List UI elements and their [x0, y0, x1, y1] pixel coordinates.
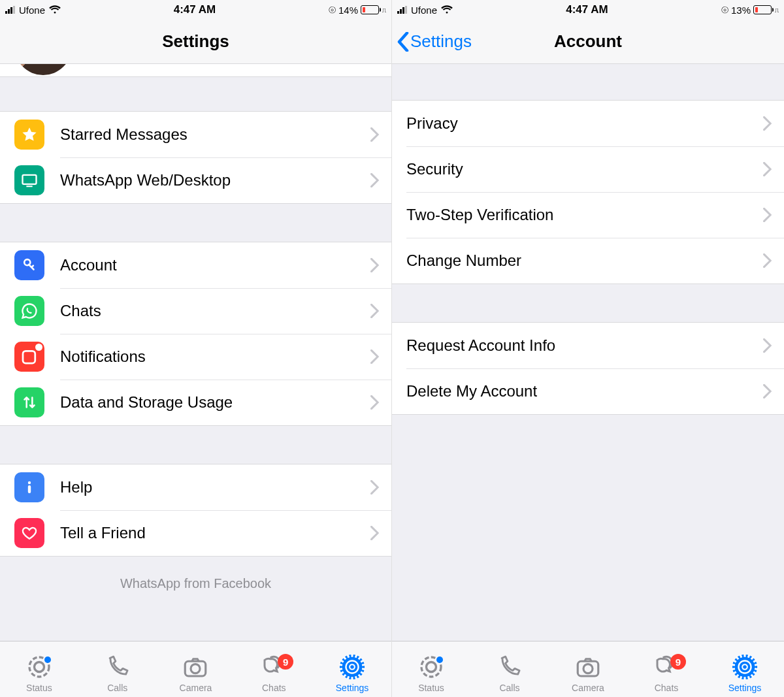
chevron-right-icon	[370, 173, 380, 187]
tab-label: Settings	[728, 683, 762, 693]
row-label: WhatsApp Web/Desktop	[60, 171, 370, 189]
chevron-right-icon	[763, 253, 772, 268]
group-privacy-security: Privacy Security Two-Step Verification C…	[392, 100, 784, 284]
svg-rect-3	[23, 351, 35, 363]
chevron-right-icon	[370, 480, 380, 494]
row-whatsapp-web[interactable]: WhatsApp Web/Desktop	[0, 157, 391, 203]
tab-bar: Status Calls Camera 9 Chats	[0, 641, 391, 697]
group-starred-web: Starred Messages WhatsApp Web/Desktop	[0, 111, 391, 204]
back-label: Settings	[410, 31, 472, 52]
footer-note: WhatsApp from Facebook	[0, 557, 391, 591]
row-starred-messages[interactable]: Starred Messages	[0, 112, 391, 157]
tab-settings[interactable]: Settings	[313, 641, 391, 697]
chevron-right-icon	[763, 162, 772, 176]
row-label: Delete My Account	[406, 382, 763, 400]
row-label: Two-Step Verification	[406, 206, 763, 224]
tab-chats[interactable]: 9 Chats	[235, 641, 313, 697]
navbar: Settings Account	[392, 20, 784, 64]
tab-label: Chats	[262, 683, 286, 693]
battery-pct-label: 13%	[731, 5, 751, 16]
row-label: Notifications	[60, 348, 370, 366]
back-button[interactable]: Settings	[392, 31, 472, 52]
svg-rect-5	[28, 485, 31, 493]
svg-rect-1	[26, 186, 32, 187]
settings-screen: Ufone 4:47 AM ⦾ 14% ⎍ Settings Starred M…	[0, 0, 392, 697]
row-request-info[interactable]: Request Account Info	[392, 323, 784, 368]
wifi-icon	[441, 5, 453, 14]
group-account-chats: Account Chats Notifications	[0, 242, 391, 426]
row-label: Tell a Friend	[60, 524, 370, 542]
navbar: Settings	[0, 20, 391, 64]
tab-label: Camera	[572, 683, 604, 693]
row-label: Help	[60, 478, 370, 496]
camera-icon	[182, 653, 209, 681]
svg-point-18	[583, 664, 593, 673]
tab-label: Calls	[107, 683, 127, 693]
chevron-right-icon	[763, 338, 772, 353]
chevron-right-icon	[370, 304, 380, 318]
battery-icon	[753, 5, 772, 14]
row-label: Chats	[60, 302, 370, 320]
tab-calls[interactable]: Calls	[78, 641, 157, 697]
tab-chats[interactable]: 9 Chats	[627, 641, 706, 697]
chevron-right-icon	[370, 127, 380, 142]
gear-icon	[338, 653, 366, 681]
tab-settings[interactable]: Settings	[706, 641, 784, 697]
chats-badge: 9	[278, 654, 293, 670]
chevron-right-icon	[370, 258, 380, 272]
signal-icon	[5, 6, 15, 14]
chevron-right-icon	[370, 395, 380, 410]
camera-icon	[574, 653, 602, 681]
group-request-delete: Request Account Info Delete My Account	[392, 322, 784, 415]
row-label: Privacy	[406, 114, 763, 133]
desktop-icon	[14, 165, 44, 195]
battery-pct-label: 14%	[338, 5, 358, 16]
row-label: Starred Messages	[60, 125, 370, 144]
tab-label: Status	[26, 683, 52, 693]
row-data-storage[interactable]: Data and Storage Usage	[0, 380, 391, 425]
phone-icon	[105, 655, 130, 679]
account-screen: Ufone 4:47 AM ⦾ 13% ⎍ Settings Account P…	[392, 0, 784, 697]
lock-icon: ⦾	[721, 5, 728, 14]
tab-status[interactable]: Status	[392, 641, 470, 697]
avatar	[14, 64, 72, 75]
status-bar: Ufone 4:47 AM ⦾ 13% ⎍	[392, 0, 784, 20]
tab-status[interactable]: Status	[0, 641, 78, 697]
tab-calls[interactable]: Calls	[470, 641, 549, 697]
row-two-step[interactable]: Two-Step Verification	[392, 192, 784, 238]
page-title: Settings	[0, 31, 391, 52]
wifi-icon	[49, 5, 61, 14]
row-delete-account[interactable]: Delete My Account	[392, 368, 784, 414]
row-tell-friend[interactable]: Tell a Friend	[0, 510, 391, 556]
row-help[interactable]: Help	[0, 464, 391, 510]
star-icon	[14, 120, 44, 150]
tab-label: Settings	[336, 683, 369, 693]
tab-label: Camera	[180, 683, 212, 693]
group-help: Help Tell a Friend	[0, 464, 391, 557]
row-privacy[interactable]: Privacy	[392, 101, 784, 146]
status-dot-icon	[436, 656, 443, 663]
phone-icon	[497, 655, 522, 679]
cable-icon: ⎍	[775, 7, 779, 14]
row-change-number[interactable]: Change Number	[392, 238, 784, 284]
status-dot-icon	[44, 656, 51, 663]
tab-bar: Status Calls Camera 9 Chats	[392, 641, 784, 697]
tab-camera[interactable]: Camera	[157, 641, 235, 697]
tab-label: Chats	[655, 683, 679, 693]
row-security[interactable]: Security	[392, 146, 784, 192]
chevron-right-icon	[763, 384, 772, 398]
svg-rect-0	[23, 175, 37, 184]
row-chats[interactable]: Chats	[0, 288, 391, 334]
status-bar: Ufone 4:47 AM ⦾ 14% ⎍	[0, 0, 391, 20]
chats-badge: 9	[670, 654, 686, 670]
key-icon	[14, 250, 44, 280]
tab-camera[interactable]: Camera	[549, 641, 627, 697]
row-account[interactable]: Account	[0, 242, 391, 288]
chevron-right-icon	[763, 208, 772, 222]
svg-point-4	[28, 481, 31, 484]
row-notifications[interactable]: Notifications	[0, 334, 391, 380]
clock-label: 4:47 AM	[174, 3, 216, 16]
svg-point-9	[191, 664, 200, 673]
profile-row-partial[interactable]	[0, 64, 391, 77]
data-arrows-icon	[14, 387, 44, 417]
